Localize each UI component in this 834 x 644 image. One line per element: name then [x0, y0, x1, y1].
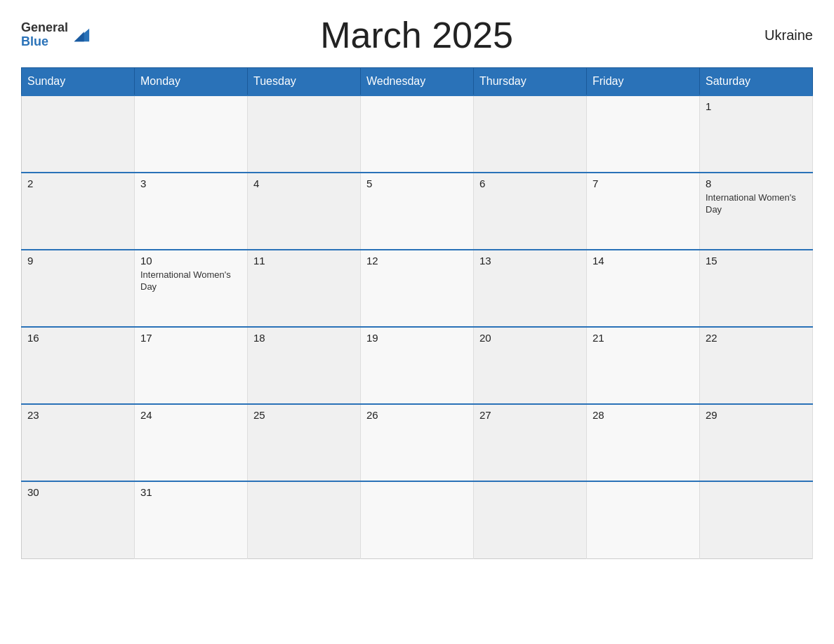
calendar-cell-w4-d5: 28: [587, 404, 700, 481]
calendar-cell-w3-d4: 20: [474, 327, 587, 404]
day-number: 18: [253, 332, 355, 344]
event-label: International Women's Day: [706, 192, 807, 216]
header: General Blue March 2025 Ukraine: [21, 14, 813, 56]
calendar-cell-w0-d5: [587, 95, 700, 173]
day-number: 30: [27, 486, 128, 498]
week-row-1: 2345678International Women's Day: [22, 173, 813, 250]
header-sunday: Sunday: [22, 68, 135, 96]
day-number: 5: [366, 177, 468, 189]
calendar-cell-w3-d6: 22: [700, 327, 813, 404]
day-number: 3: [140, 177, 241, 189]
day-number: 27: [479, 409, 581, 421]
calendar-cell-w5-d2: [248, 481, 361, 558]
calendar-cell-w0-d3: [361, 95, 474, 173]
day-number: 13: [479, 255, 581, 267]
day-number: 31: [140, 486, 241, 498]
day-number: 16: [27, 332, 128, 344]
day-number: 7: [593, 177, 694, 189]
day-number: 12: [366, 255, 468, 267]
calendar-cell-w3-d1: 17: [135, 327, 248, 404]
calendar-cell-w2-d1: 10International Women's Day: [135, 250, 248, 327]
calendar-cell-w1-d5: 7: [587, 173, 700, 250]
month-title: March 2025: [91, 14, 743, 56]
day-number: 1: [706, 100, 807, 112]
day-number: 4: [253, 177, 355, 189]
day-number: 29: [706, 409, 807, 421]
calendar-cell-w2-d3: 12: [361, 250, 474, 327]
calendar-cell-w1-d0: 2: [22, 173, 135, 250]
header-saturday: Saturday: [700, 68, 813, 96]
week-row-4: 23242526272829: [22, 404, 813, 481]
logo: General Blue: [21, 21, 91, 49]
logo-text: General Blue: [21, 21, 68, 49]
calendar-cell-w4-d0: 23: [22, 404, 135, 481]
calendar: Sunday Monday Tuesday Wednesday Thursday…: [21, 67, 813, 559]
day-number: 25: [253, 409, 355, 421]
calendar-cell-w0-d2: [248, 95, 361, 173]
calendar-cell-w5-d3: [361, 481, 474, 558]
day-number: 11: [253, 255, 355, 267]
day-number: 10: [140, 255, 241, 267]
calendar-cell-w0-d6: 1: [700, 95, 813, 173]
calendar-cell-w0-d4: [474, 95, 587, 173]
calendar-cell-w1-d2: 4: [248, 173, 361, 250]
calendar-cell-w5-d5: [587, 481, 700, 558]
day-number: 15: [706, 255, 807, 267]
day-number: 14: [593, 255, 694, 267]
calendar-cell-w1-d4: 6: [474, 173, 587, 250]
day-number: 19: [366, 332, 468, 344]
calendar-cell-w2-d5: 14: [587, 250, 700, 327]
event-label: International Women's Day: [140, 269, 241, 293]
page: General Blue March 2025 Ukraine Sunday M…: [0, 0, 834, 644]
calendar-cell-w1-d1: 3: [135, 173, 248, 250]
day-number: 17: [140, 332, 241, 344]
calendar-cell-w5-d0: 30: [22, 481, 135, 558]
svg-marker-1: [74, 32, 84, 41]
header-thursday: Thursday: [474, 68, 587, 96]
day-number: 23: [27, 409, 128, 421]
logo-triangle-icon: [71, 25, 91, 45]
calendar-cell-w4-d3: 26: [361, 404, 474, 481]
calendar-cell-w5-d6: [700, 481, 813, 558]
calendar-cell-w4-d1: 24: [135, 404, 248, 481]
calendar-cell-w3-d5: 21: [587, 327, 700, 404]
calendar-cell-w5-d4: [474, 481, 587, 558]
country-label: Ukraine: [743, 27, 813, 43]
calendar-cell-w3-d0: 16: [22, 327, 135, 404]
calendar-cell-w4-d6: 29: [700, 404, 813, 481]
calendar-cell-w2-d6: 15: [700, 250, 813, 327]
header-monday: Monday: [135, 68, 248, 96]
day-number: 8: [706, 177, 807, 189]
calendar-cell-w4-d4: 27: [474, 404, 587, 481]
day-number: 24: [140, 409, 241, 421]
week-row-0: 1: [22, 95, 813, 173]
calendar-cell-w2-d0: 9: [22, 250, 135, 327]
calendar-cell-w3-d2: 18: [248, 327, 361, 404]
day-number: 20: [479, 332, 581, 344]
calendar-cell-w1-d6: 8International Women's Day: [700, 173, 813, 250]
calendar-cell-w0-d0: [22, 95, 135, 173]
calendar-cell-w1-d3: 5: [361, 173, 474, 250]
day-number: 6: [479, 177, 581, 189]
week-row-3: 16171819202122: [22, 327, 813, 404]
header-friday: Friday: [587, 68, 700, 96]
calendar-cell-w2-d2: 11: [248, 250, 361, 327]
day-number: 26: [366, 409, 468, 421]
day-number: 28: [593, 409, 694, 421]
logo-general: General: [21, 21, 68, 35]
header-tuesday: Tuesday: [248, 68, 361, 96]
calendar-cell-w3-d3: 19: [361, 327, 474, 404]
day-number: 2: [27, 177, 128, 189]
calendar-cell-w0-d1: [135, 95, 248, 173]
day-number: 21: [593, 332, 694, 344]
calendar-cell-w4-d2: 25: [248, 404, 361, 481]
calendar-cell-w2-d4: 13: [474, 250, 587, 327]
week-row-2: 910International Women's Day1112131415: [22, 250, 813, 327]
week-row-5: 3031: [22, 481, 813, 558]
day-number: 22: [706, 332, 807, 344]
day-number: 9: [27, 255, 128, 267]
calendar-cell-w5-d1: 31: [135, 481, 248, 558]
logo-blue: Blue: [21, 35, 68, 49]
header-wednesday: Wednesday: [361, 68, 474, 96]
days-header-row: Sunday Monday Tuesday Wednesday Thursday…: [22, 68, 813, 96]
